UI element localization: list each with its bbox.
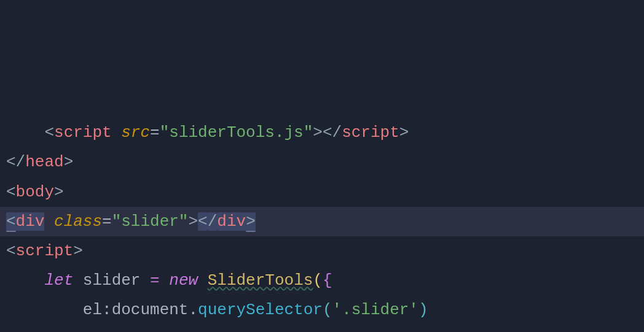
code-token: script <box>16 242 74 260</box>
code-token: '.slider' <box>332 301 418 319</box>
code-editor[interactable]: <script src="sliderTools.js"></script></… <box>0 118 644 332</box>
code-line[interactable]: <body> <box>0 177 644 207</box>
code-token: < <box>6 183 16 201</box>
code-token: script <box>54 123 112 142</box>
code-line[interactable]: </head> <box>0 147 644 177</box>
code-token: < <box>44 123 54 142</box>
code-token: { <box>323 271 332 290</box>
code-token: SliderTools <box>208 271 313 290</box>
code-token: ( <box>313 271 323 290</box>
code-token: > <box>313 123 323 142</box>
code-token: > <box>54 183 64 201</box>
code-token: div <box>16 212 45 231</box>
code-token: < <box>6 153 16 171</box>
code-token <box>198 271 208 290</box>
code-token: < <box>6 242 16 260</box>
code-token: class <box>54 212 102 231</box>
code-token: / <box>332 123 342 142</box>
code-token: > <box>64 153 74 171</box>
code-token <box>44 212 54 231</box>
code-token: > <box>399 123 409 142</box>
code-token: src <box>121 123 150 142</box>
code-token: < <box>323 123 332 142</box>
code-token: < <box>6 212 16 232</box>
code-token <box>112 123 122 142</box>
code-token: "sliderTools.js" <box>160 123 313 142</box>
code-token: let <box>44 271 73 290</box>
code-token: slider <box>73 271 150 290</box>
code-token: . <box>188 301 198 319</box>
code-token <box>160 271 170 290</box>
code-line[interactable]: <script> <box>0 236 644 266</box>
code-line[interactable]: el:document.querySelector('.slider') <box>0 295 644 325</box>
code-token: > <box>188 212 198 231</box>
code-line[interactable]: let slider = new SliderTools({ <box>0 266 644 295</box>
code-token: ) <box>418 301 428 319</box>
code-token: < <box>198 212 208 231</box>
code-token: ( <box>323 301 332 319</box>
code-token: document <box>112 301 189 319</box>
code-token: = <box>150 271 160 290</box>
code-token: head <box>25 153 63 171</box>
code-token: script <box>342 123 399 142</box>
code-token: > <box>73 242 83 260</box>
code-line[interactable]: <div class="slider"></div> <box>0 207 644 236</box>
code-token: / <box>16 153 26 171</box>
code-token: querySelector <box>198 301 323 319</box>
code-token: : <box>102 301 112 319</box>
code-token: = <box>150 123 160 142</box>
code-token: div <box>217 212 246 231</box>
code-line[interactable]: }) <box>0 325 644 332</box>
code-token: new <box>169 271 198 290</box>
code-token: body <box>16 183 54 201</box>
code-token: > <box>246 212 256 232</box>
code-token: = <box>102 212 112 231</box>
code-token: / <box>208 212 218 231</box>
code-line[interactable]: <script src="sliderTools.js"></script> <box>0 118 644 147</box>
code-token: "slider" <box>112 212 189 231</box>
code-token: el <box>83 301 102 319</box>
